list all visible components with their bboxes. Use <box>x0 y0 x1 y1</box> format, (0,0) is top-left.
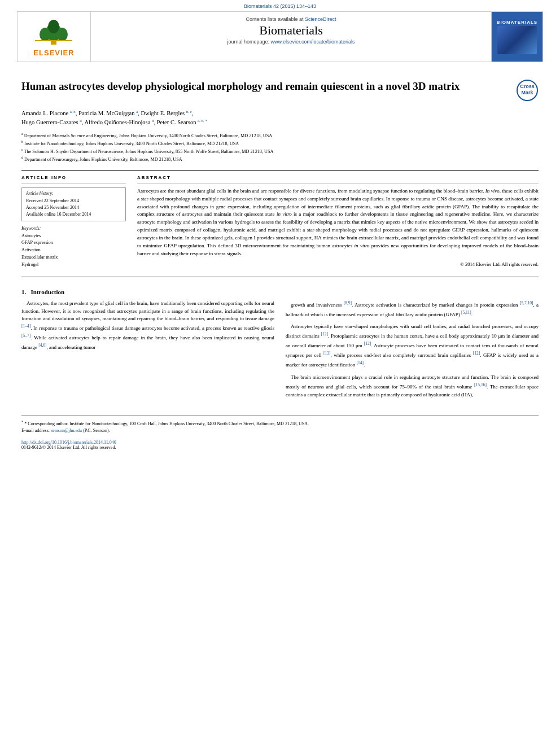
badge-label: Biomaterials <box>497 20 537 25</box>
crossmark-icon: Cross Mark <box>516 79 539 102</box>
journal-ref-text: Biomaterials 42 (2015) 134–143 <box>244 3 316 9</box>
article-title-wrapper: Human astrocytes develop physiological m… <box>21 79 505 94</box>
article-info-col: ARTICLE INFO Article history: Received 2… <box>21 175 126 269</box>
keyword-3: Activation <box>21 247 126 254</box>
homepage-line: journal homepage: www.elsevier.com/locat… <box>97 39 485 45</box>
svg-point-4 <box>48 20 59 33</box>
author-hugo: Hugo Guerrero-Cazares d <box>21 119 82 125</box>
journal-header: ELSEVIER Contents lists available at Sci… <box>17 11 543 62</box>
article-title: Human astrocytes develop physiological m… <box>21 79 505 94</box>
corresponding-author-note: * * Corresponding author. Institute for … <box>21 419 539 434</box>
author-dwight: Dwight E. Bergles b, c <box>141 110 192 116</box>
footnote-section: * * Corresponding author. Institute for … <box>21 415 539 450</box>
keyword-5: Hydrogel <box>21 261 126 269</box>
divider-info <box>21 184 126 184</box>
affiliation-b: b Institute for Nanobiotechnology, Johns… <box>21 139 539 147</box>
introduction-section: 1. Introduction Astrocytes, the most pre… <box>21 289 539 404</box>
article-info-abstract: ARTICLE INFO Article history: Received 2… <box>21 175 539 269</box>
svg-text:Mark: Mark <box>521 90 533 95</box>
elsevier-logo: ELSEVIER <box>33 16 74 57</box>
history-label: Article history: <box>26 191 121 196</box>
article-info-heading: ARTICLE INFO <box>21 175 126 180</box>
sciencedirect-line: Contents lists available at ScienceDirec… <box>97 16 485 22</box>
affiliations: a Department of Materials Science and En… <box>21 132 539 163</box>
journal-reference: Biomaterials 42 (2015) 134–143 <box>0 0 560 11</box>
affiliation-c: c The Solomon H. Snyder Department of Ne… <box>21 147 539 155</box>
badge-image <box>497 26 537 54</box>
journal-header-center: Contents lists available at ScienceDirec… <box>91 12 492 62</box>
divider-2 <box>21 277 539 277</box>
keyword-1: Astrocytes <box>21 233 126 240</box>
homepage-link[interactable]: www.elsevier.com/locate/biomaterials <box>271 39 355 45</box>
issn-text: 0142-9612/© 2014 Elsevier Ltd. All right… <box>21 445 116 450</box>
introduction-title: 1. Introduction <box>21 289 539 295</box>
email-note: (P.C. Searson). <box>83 428 110 433</box>
affiliation-a: a Department of Materials Science and En… <box>21 132 539 139</box>
introduction-body: Astrocytes, the most prevalent type of g… <box>21 300 539 404</box>
abstract-col: ABSTRACT Astrocytes are the most abundan… <box>137 175 539 269</box>
author-peter: Peter C. Searson a, b, * <box>157 119 207 125</box>
accepted-date: Accepted 25 November 2014 <box>26 204 121 211</box>
author-alfredo: Alfredo Quiñones-Hinojosa d <box>84 119 154 125</box>
sciencedirect-link[interactable]: ScienceDirect <box>305 16 336 22</box>
received-date: Received 22 September 2014 <box>26 198 121 204</box>
divider-abstract <box>137 184 539 184</box>
svg-text:Cross: Cross <box>520 84 535 89</box>
affiliation-d: d Department of Neurosurgery, Johns Hopk… <box>21 155 539 163</box>
keyword-4: Extracellular matrix <box>21 254 126 261</box>
elsevier-text: ELSEVIER <box>33 49 74 57</box>
svg-rect-5 <box>35 40 72 41</box>
email-link[interactable]: searson@jhu.edu <box>51 428 82 433</box>
copyright-line: © 2014 Elsevier Ltd. All rights reserved… <box>137 261 539 267</box>
author-amanda: Amanda L. Placone a, b <box>21 110 76 116</box>
elsevier-logo-section: ELSEVIER <box>18 12 91 62</box>
intro-col2-text: growth and invasiveness [8,9]. Astrocyte… <box>286 300 539 399</box>
footer-bar: http://dx.doi.org/10.1016/j.biomaterials… <box>21 440 539 450</box>
journal-title: Biomaterials <box>97 23 485 38</box>
keyword-2: GFAP expression <box>21 239 126 247</box>
article-title-section: Human astrocytes develop physiological m… <box>21 79 539 102</box>
email-label: E-mail address: <box>21 428 50 433</box>
doi-link[interactable]: http://dx.doi.org/10.1016/j.biomaterials… <box>21 440 116 445</box>
introduction-col2: growth and invasiveness [8,9]. Astrocyte… <box>286 300 539 404</box>
available-date: Available online 16 December 2014 <box>26 211 121 218</box>
elsevier-tree-icon <box>34 16 73 47</box>
keywords-label: Keywords: <box>21 226 126 231</box>
abstract-heading: ABSTRACT <box>137 175 539 180</box>
keywords-section: Keywords: Astrocytes GFAP expression Act… <box>21 226 126 269</box>
journal-badge: Biomaterials <box>492 12 542 62</box>
intro-col1-text: Astrocytes, the most prevalent type of g… <box>21 300 274 352</box>
authors: Amanda L. Placone a, b, Patricia M. McGu… <box>21 108 539 127</box>
author-patricia: Patricia M. McGuiggan a <box>78 110 138 116</box>
article-content: Human astrocytes develop physiological m… <box>0 62 560 456</box>
keywords-list: Astrocytes GFAP expression Activation Ex… <box>21 233 126 269</box>
divider-1 <box>21 170 539 171</box>
introduction-col1: Astrocytes, the most prevalent type of g… <box>21 300 274 404</box>
abstract-text: Astrocytes are the most abundant glial c… <box>137 187 539 258</box>
article-history-box: Article history: Received 22 September 2… <box>21 187 126 221</box>
